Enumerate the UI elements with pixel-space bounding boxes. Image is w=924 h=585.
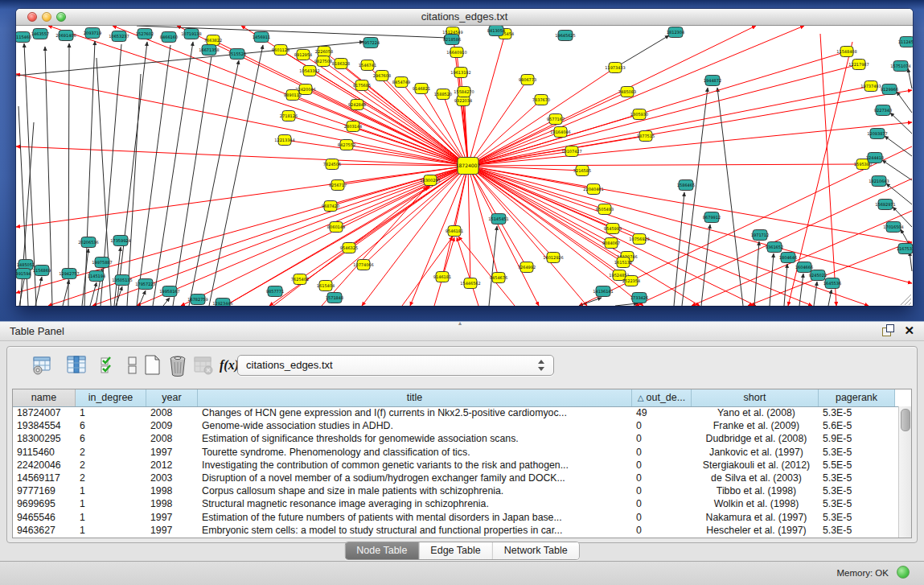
cell-title[interactable]: Structural magnetic resonance image aver… [198, 497, 632, 510]
cell-short[interactable]: Yano et al. (2008) [692, 406, 819, 419]
cell-out_de[interactable]: 0 [632, 484, 692, 497]
network-window-titlebar[interactable]: citations_edges.txt [16, 9, 913, 26]
graph-node[interactable]: 1463557 [31, 29, 49, 39]
graph-node[interactable]: 1733426 [630, 293, 648, 303]
graph-edge[interactable] [468, 132, 561, 166]
graph-node[interactable]: 9245022 [809, 270, 827, 281]
graph-node[interactable]: 9218586 [443, 35, 461, 45]
tab-network-table[interactable]: Network Table [492, 542, 579, 559]
graph-node[interactable]: 1156869 [33, 266, 51, 276]
graph-node[interactable]: 9146821 [413, 84, 430, 94]
graph-edge[interactable] [692, 211, 912, 306]
cell-pagerank[interactable]: 5.3E-5 [819, 406, 895, 419]
cell-in_degree[interactable]: 6 [76, 419, 146, 432]
graph-node[interactable]: 8466160 [160, 32, 178, 43]
graph-node[interactable]: 16640910 [446, 47, 466, 58]
graph-edge[interactable] [117, 42, 147, 306]
graph-edge[interactable] [68, 43, 69, 306]
graph-node[interactable]: 8413054 [487, 26, 505, 36]
cell-year[interactable]: 2009 [146, 419, 198, 432]
cell-out_de[interactable]: 0 [632, 419, 692, 432]
graph-edge[interactable] [189, 60, 239, 306]
graph-edge[interactable] [897, 92, 912, 113]
cell-short[interactable]: Franke et al. (2009) [692, 419, 819, 432]
graph-node[interactable]: 9454676 [490, 273, 507, 283]
graph-node[interactable]: 7515526 [228, 49, 246, 60]
cell-pagerank[interactable]: 5.3E-5 [819, 511, 895, 524]
graph-node[interactable]: 10719138 [181, 29, 201, 39]
cell-year[interactable]: 2012 [146, 459, 198, 472]
graph-node[interactable]: 1527602 [136, 29, 154, 39]
cell-in_degree[interactable]: 1 [76, 406, 146, 419]
graph-node[interactable]: 10653237 [109, 31, 129, 42]
graph-edge[interactable] [468, 26, 756, 166]
cell-pagerank[interactable]: 5.3E-5 [819, 446, 895, 459]
graph-node[interactable]: 10543392 [299, 66, 319, 76]
column-header-short[interactable]: short [692, 389, 819, 406]
tab-edge-table[interactable]: Edge Table [418, 542, 491, 559]
cell-out_de[interactable]: 0 [632, 459, 692, 472]
cell-out_de[interactable]: 0 [632, 511, 692, 524]
graph-edge[interactable] [310, 71, 468, 166]
graph-node[interactable]: 19613192 [450, 68, 470, 78]
minimize-window-button[interactable] [42, 12, 51, 22]
graph-node[interactable]: 12942757 [59, 269, 79, 279]
graph-node[interactable]: 9084067 [602, 238, 620, 249]
graph-edge[interactable] [153, 42, 193, 306]
graph-node[interactable]: 391594 [16, 269, 31, 279]
graph-node[interactable]: 2803144 [344, 122, 362, 132]
graph-node[interactable]: 20206536 [78, 237, 98, 248]
cell-name[interactable]: 9115460 [13, 446, 76, 459]
column-header-pagerank[interactable]: pagerank [819, 389, 895, 406]
splitter-handle[interactable]: ▴ [458, 321, 468, 326]
cell-name[interactable]: 19384554 [13, 419, 76, 432]
graph-edge[interactable] [16, 166, 468, 227]
graph-node[interactable]: 8454749 [392, 77, 410, 88]
graph-edge[interactable] [300, 166, 468, 279]
graph-node[interactable]: 17016504 [883, 222, 903, 233]
graph-node[interactable]: 10774066 [353, 260, 373, 270]
graph-node[interactable]: 1944872 [704, 76, 721, 86]
graph-node[interactable]: 12093877 [867, 129, 887, 139]
graph-node[interactable]: 1546741 [359, 60, 376, 71]
cell-short[interactable]: Wolkin et al. (1998) [692, 497, 819, 510]
cell-short[interactable]: Tibbo et al. (1998) [692, 484, 819, 497]
column-header-year[interactable]: year [146, 389, 198, 406]
cell-year[interactable]: 1998 [146, 484, 198, 497]
graph-node[interactable]: 1615404 [317, 281, 335, 291]
graph-edge[interactable] [468, 166, 470, 283]
zoom-window-button[interactable] [56, 12, 66, 22]
graph-edge[interactable] [701, 225, 710, 306]
cell-year[interactable]: 1997 [146, 511, 198, 524]
column-header-out_de[interactable]: △out_de... [632, 389, 692, 406]
graph-node[interactable]: 9175685 [353, 80, 371, 91]
network-view-window[interactable]: citations_edges.txt 18724007860112889129… [16, 9, 913, 306]
graph-edge[interactable] [209, 45, 263, 306]
cell-in_degree[interactable]: 2 [76, 459, 146, 472]
graph-edge[interactable] [468, 166, 582, 171]
graph-node[interactable]: 20691406 [55, 31, 76, 41]
table-row[interactable]: 1938455462009Genome-wide association stu… [13, 419, 899, 432]
graph-node[interactable]: 1877515 [637, 131, 655, 142]
graph-edge[interactable] [908, 68, 912, 89]
graph-node[interactable]: 8679912 [703, 212, 721, 223]
table-body[interactable]: 1872400712008Changes of HCN gene express… [13, 406, 899, 538]
graph-edge[interactable] [615, 303, 638, 306]
graph-node[interactable]: 1456911 [253, 32, 270, 43]
graph-node[interactable]: 7625402 [291, 274, 309, 285]
graph-edge[interactable] [717, 88, 743, 306]
graph-edge[interactable] [882, 160, 912, 180]
cell-pagerank[interactable]: 5.3E-5 [819, 472, 895, 484]
graph-node[interactable]: 9256717 [329, 180, 347, 191]
graph-node[interactable]: 15692971 [875, 200, 895, 210]
graph-node[interactable]: 9242848 [348, 100, 366, 110]
graph-edge[interactable] [784, 264, 787, 306]
graph-node[interactable]: 7264992 [518, 262, 536, 273]
graph-edge[interactable] [48, 166, 468, 306]
graph-edge[interactable] [468, 34, 505, 166]
graph-node[interactable]: 18300295 [420, 175, 440, 186]
graph-node[interactable]: 8427552 [338, 140, 355, 150]
cell-out_de[interactable]: 0 [632, 472, 692, 484]
graph-node[interactable]: 2967608 [373, 71, 391, 81]
cell-title[interactable]: Genome-wide association studies in ADHD. [198, 419, 632, 432]
